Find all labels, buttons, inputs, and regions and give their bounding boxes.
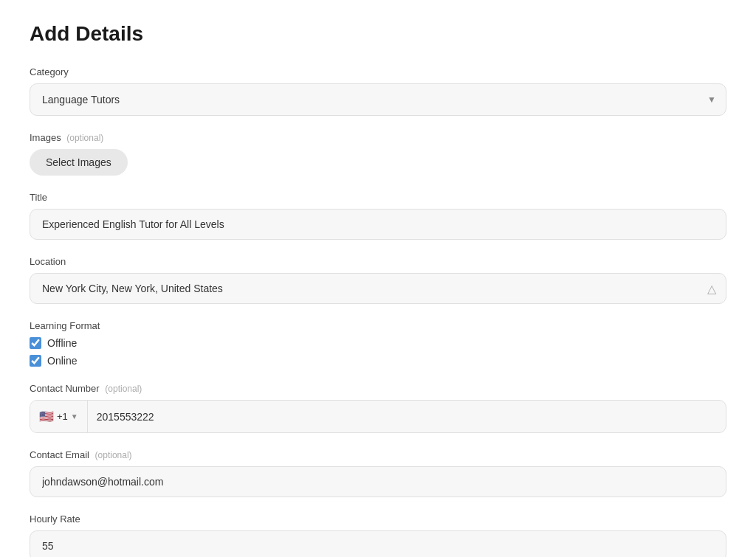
location-icon: △: [707, 282, 716, 296]
contact-number-label: Contact Number (optional): [30, 383, 726, 394]
offline-label: Offline: [47, 337, 77, 349]
page-title: Add Details: [30, 22, 726, 46]
hourly-rate-label: Hourly Rate: [30, 513, 726, 525]
contact-email-group: Contact Email (optional): [30, 449, 726, 497]
category-select-wrapper: Language Tutors Math Tutors Science Tuto…: [30, 83, 726, 116]
contact-email-input[interactable]: [30, 466, 726, 497]
phone-country-arrow: ▼: [71, 412, 78, 421]
offline-checkbox-item[interactable]: Offline: [30, 337, 726, 349]
phone-wrapper: 🇺🇸 +1 ▼: [30, 400, 726, 433]
online-checkbox-item[interactable]: Online: [30, 355, 726, 367]
online-label: Online: [47, 355, 77, 367]
images-group: Images (optional) Select Images: [30, 132, 726, 176]
category-label: Category: [30, 66, 726, 77]
category-group: Category Language Tutors Math Tutors Sci…: [30, 66, 726, 116]
location-wrapper: △: [30, 273, 726, 304]
learning-format-label: Learning Format: [30, 320, 726, 331]
country-flag: 🇺🇸: [39, 409, 54, 423]
select-images-button[interactable]: Select Images: [30, 149, 128, 176]
online-checkbox[interactable]: [30, 355, 41, 367]
phone-country-selector[interactable]: 🇺🇸 +1 ▼: [30, 401, 88, 432]
phone-number-input[interactable]: [88, 402, 726, 432]
learning-format-checkboxes: Offline Online: [30, 337, 726, 367]
location-input[interactable]: [30, 273, 726, 304]
contact-email-label: Contact Email (optional): [30, 449, 726, 460]
learning-format-group: Learning Format Offline Online: [30, 320, 726, 367]
title-label: Title: [30, 192, 726, 203]
title-input[interactable]: [30, 209, 726, 240]
title-group: Title: [30, 192, 726, 240]
hourly-rate-input[interactable]: [30, 530, 726, 557]
phone-country-code: +1: [57, 411, 68, 422]
hourly-rate-group: Hourly Rate: [30, 513, 726, 557]
contact-number-group: Contact Number (optional) 🇺🇸 +1 ▼: [30, 383, 726, 433]
category-select[interactable]: Language Tutors Math Tutors Science Tuto…: [30, 83, 726, 116]
offline-checkbox[interactable]: [30, 337, 41, 349]
location-group: Location △: [30, 256, 726, 304]
images-label: Images (optional): [30, 132, 726, 143]
location-label: Location: [30, 256, 726, 267]
